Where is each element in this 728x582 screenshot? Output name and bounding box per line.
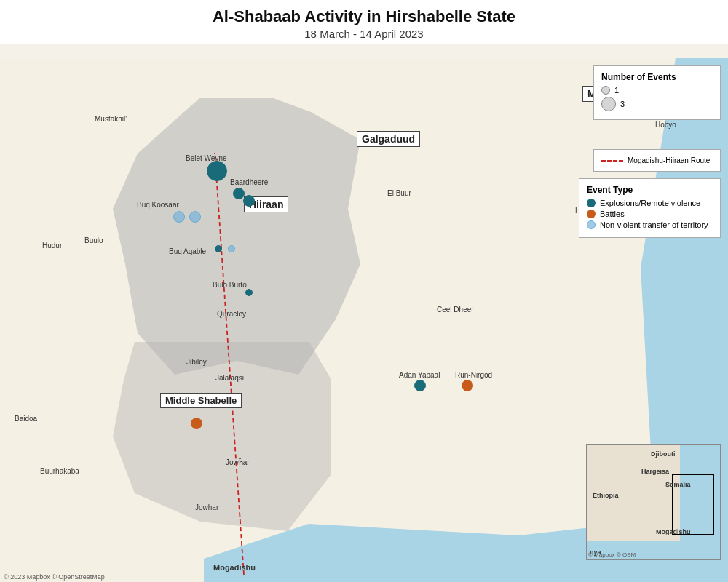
legend-event-size-1: 1	[601, 86, 713, 95]
marker-run-nirgod[interactable]	[462, 380, 473, 391]
marker-adan-yabaal[interactable]	[414, 380, 426, 391]
legend-event-type: Event Type Explosions/Remote violence Ba…	[579, 178, 721, 238]
legend-battle-icon	[587, 210, 596, 218]
marker-baardheere-2[interactable]	[243, 195, 255, 207]
inset-label-ethiopia: Ethiopia	[593, 492, 619, 499]
page-title: Al-Shabaab Activity in Hirshabelle State	[0, 7, 728, 26]
legend-explosion-label: Explosions/Remote violence	[600, 199, 700, 207]
legend-event-size-3: 3	[601, 97, 713, 111]
legend-circle-3	[601, 97, 616, 111]
legend-events: Number of Events 1 3	[593, 65, 721, 120]
legend-size-3-label: 3	[620, 100, 625, 108]
marker-battle-left[interactable]	[191, 418, 202, 429]
legend-route-row: Mogadishu-Hiiraan Route	[601, 156, 713, 164]
legend-size-1-label: 1	[614, 86, 619, 95]
legend-battle-row: Battles	[587, 210, 713, 218]
marker-mid-nv[interactable]	[228, 245, 235, 252]
legend-nonviolent-row: Non-violent transfer of territory	[587, 220, 713, 229]
marker-buq-nv1[interactable]	[173, 211, 185, 223]
inset-map: Djibouti Hargeisa Ethiopia Somalia Mogad…	[586, 444, 721, 560]
page-subtitle: 18 March - 14 April 2023	[0, 28, 728, 40]
middle-shabelle-label: Middle Shabelle	[160, 393, 242, 408]
legend-nonviolent-icon	[587, 220, 596, 229]
legend-route-label: Mogadishu-Hiiraan Route	[628, 156, 710, 164]
map-copyright: © 2023 Mapbox © OpenStreetMap	[4, 573, 105, 581]
legend-explosion-row: Explosions/Remote violence	[587, 199, 713, 207]
marker-belet-weyne-exp[interactable]	[207, 161, 227, 181]
inset-label-hargeisa: Hargeisa	[641, 468, 669, 475]
marker-mid-exp[interactable]	[215, 245, 222, 252]
legend-event-type-title: Event Type	[587, 185, 713, 195]
galgaduud-label: Galgaduud	[357, 131, 420, 147]
inset-label-somalia: Somalia	[665, 481, 691, 488]
inset-label-djibouti: Djibouti	[651, 450, 676, 458]
map-container: Hiiraan Middle Shabelle Galgaduud Mudug …	[0, 58, 728, 582]
route-dash-icon	[601, 160, 623, 162]
marker-baardheere-1[interactable]	[233, 188, 245, 199]
legend-nonviolent-label: Non-violent transfer of territory	[600, 220, 708, 229]
legend-route: Mogadishu-Hiiraan Route	[593, 149, 721, 172]
legend-explosion-icon	[587, 199, 596, 207]
legend-events-title: Number of Events	[601, 72, 713, 82]
marker-buq-nv2[interactable]	[189, 211, 201, 223]
inset-copyright: © Mapbox © OSM	[588, 551, 636, 558]
inset-label-mogadishu: Mogadishu	[656, 528, 691, 535]
legend-circle-1	[601, 86, 610, 95]
marker-bulo[interactable]	[245, 289, 253, 296]
page-title-area: Al-Shabaab Activity in Hirshabelle State…	[0, 0, 728, 44]
legend-battle-label: Battles	[600, 210, 625, 218]
